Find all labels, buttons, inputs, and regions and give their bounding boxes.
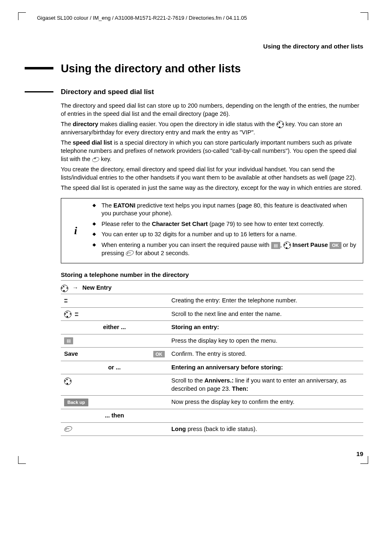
nav-path: ◂▸■ → New Entry [61,282,363,294]
nav-key-icon: ◂▸■ [277,121,284,128]
menu-key-icon: ▤ [271,242,280,249]
body-text: The directory and speed dial list can st… [61,102,363,118]
steps-table: Creating the entry: Enter the telephone … [61,294,363,436]
table-row: Creating the entry: Enter the telephone … [61,294,363,307]
info-item: The EATONI predictive text helps you inp… [100,202,356,218]
body-text: You create the directory, email director… [61,166,363,182]
ok-key-icon: OK [153,351,165,358]
subsection-heading: Storing a telephone number in the direct… [61,271,363,281]
star-key-icon [92,157,99,162]
nav-key-icon: ◂▸■ [64,311,71,318]
section-heading: Directory and speed dial list [61,88,363,97]
keypad-icon [75,312,81,317]
table-row: ◂▸■ Scroll to the next line and enter th… [61,307,363,321]
ok-key-icon: OK [330,242,341,249]
hash-key-icon [126,251,134,256]
page-number: 19 [61,450,363,458]
backup-key: Back up [64,399,88,406]
running-head: Using the directory and other lists [61,42,363,51]
body-text: The directory makes dialling easier. You… [61,120,363,136]
keypad-icon [64,298,70,303]
table-row: Back up Now press the display key to con… [61,396,363,409]
nav-key-icon: ◂▸■ [284,242,291,249]
table-row: Save OK Confirm. The entry is stored. [61,348,363,361]
page-title: Using the directory and other lists [61,61,363,76]
info-icon: i [61,198,90,263]
info-item: When entering a number you can insert th… [100,241,356,257]
hangup-key-icon [64,426,72,432]
body-text: The speed dial list is a special directo… [61,139,363,163]
info-item: Please refer to the Character Set Chart … [100,220,356,228]
table-row: Long press (back to idle status). [61,422,363,436]
source-path: Gigaset SL100 colour / IM_eng / A31008-M… [37,14,363,22]
table-row: ◂▸■ Scroll to the Annivers.: line if you… [61,374,363,396]
table-row: ▤ Press the display key to open the menu… [61,334,363,348]
info-item: You can enter up to 32 digits for a numb… [100,230,356,239]
table-row: either ... Storing an entry: [61,321,363,334]
menu-key-icon: ▤ [64,337,73,344]
table-row: or ... Entering an anniversary before st… [61,361,363,374]
nav-key-icon: ◂▸■ [61,285,68,292]
body-text: The speed dial list is operated in just … [61,184,363,192]
nav-key-icon: ◂▸■ [64,378,71,385]
table-row: ... then [61,409,363,423]
info-box: i The EATONI predictive text helps you i… [61,198,363,263]
